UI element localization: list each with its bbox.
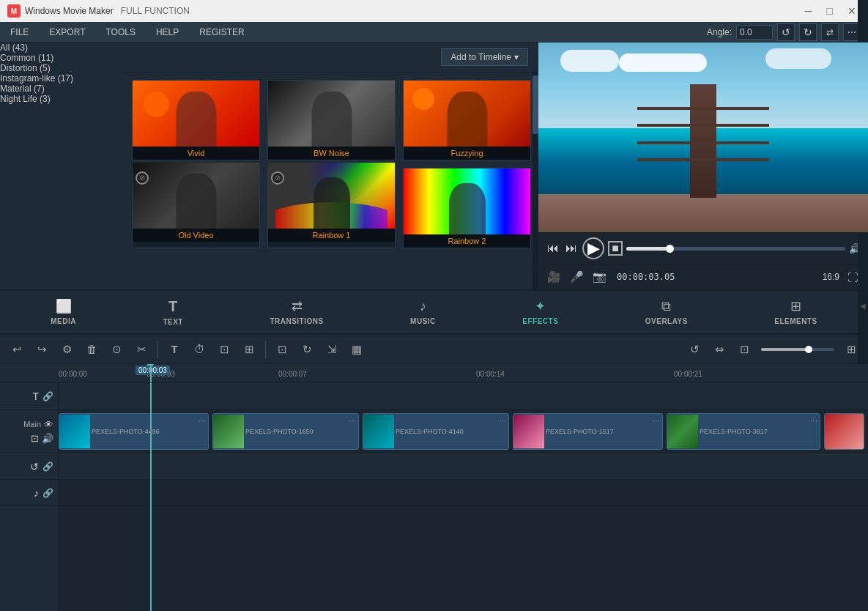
text-track-link-icon[interactable]: 🔗: [42, 391, 53, 401]
text-tool-button[interactable]: T: [163, 338, 185, 360]
media-icon: ⬜: [56, 298, 72, 314]
title-bar: M Windows Movie Maker FULL FUNCTION ─ □ …: [0, 0, 868, 22]
effect-vivid[interactable]: Vivid: [132, 80, 260, 160]
angle-cw-button[interactable]: ↻: [799, 23, 817, 41]
main-track-lock-icon[interactable]: ⊡: [31, 433, 39, 444]
clip-2-menu[interactable]: ···: [349, 415, 356, 426]
effect-rainbow2[interactable]: Rainbow 2: [403, 168, 531, 248]
playback-controls: ⏮ ⏭ ▶ ■ 🔊: [538, 232, 868, 264]
tabs-row: ⬜ MEDIA T TEXT ⇄ TRANSITIONS ♪ MUSIC ✦ E…: [0, 289, 868, 333]
tab-elements[interactable]: ⊞ ELEMENTS: [763, 294, 828, 330]
audio-track-link-icon[interactable]: 🔗: [42, 488, 53, 498]
separator-1: [157, 341, 158, 358]
main-track-audio-icon[interactable]: 🔊: [42, 433, 53, 444]
category-material[interactable]: Material (7): [0, 84, 125, 94]
clip-pexels-4496[interactable]: PEXELS-PHOTO-4496 ···: [59, 413, 209, 450]
category-instagram[interactable]: Instagram-like (17): [0, 73, 125, 84]
prev-frame-button[interactable]: ⏭: [564, 240, 579, 256]
tab-effects[interactable]: ✦ EFFECTS: [511, 294, 570, 330]
tab-transitions[interactable]: ⇄ TRANSITIONS: [258, 294, 335, 330]
menu-export[interactable]: EXPORT: [39, 23, 95, 41]
minimize-button[interactable]: ─: [801, 4, 817, 18]
overlay-track-icon[interactable]: ↺: [30, 461, 39, 473]
effect-bwnoise-label: BW Noise: [268, 147, 395, 160]
menu-help[interactable]: HELP: [146, 23, 189, 41]
effect-rainbow1-label: Rainbow 1: [268, 229, 395, 242]
add-to-timeline-bar: Add to Timeline ▾: [125, 42, 538, 73]
add-to-timeline-button[interactable]: Add to Timeline ▾: [441, 48, 528, 66]
category-distortion[interactable]: Distortion (5): [0, 63, 125, 73]
category-common[interactable]: Common (11): [0, 53, 125, 63]
maximize-button[interactable]: □: [823, 4, 837, 18]
sand-layer: [538, 194, 868, 232]
effects-scrollbar[interactable]: [533, 72, 538, 289]
split-button[interactable]: ✂: [130, 338, 152, 360]
clip-1-menu[interactable]: ···: [199, 415, 206, 426]
volume-slider[interactable]: [761, 348, 834, 351]
expand-button[interactable]: ⇔: [708, 338, 730, 360]
clip-3-menu[interactable]: ···: [499, 415, 506, 426]
audio-track-icon[interactable]: ♪: [34, 487, 39, 499]
tab-media[interactable]: ⬜ MEDIA: [39, 294, 88, 330]
snapshot-button[interactable]: 📷: [590, 267, 609, 286]
cursor-time-label: 00:00:03: [136, 366, 170, 375]
text-track-label: T 🔗: [0, 383, 58, 410]
effect-bwnoise[interactable]: BW Noise: [267, 80, 396, 160]
overlay-track-link-icon[interactable]: 🔗: [42, 462, 53, 472]
grid-button[interactable]: ▦: [346, 338, 368, 360]
clip-pexels-1517[interactable]: PEXELS-PHOTO-1517 ···: [513, 413, 663, 450]
undo-button[interactable]: ↩: [6, 338, 28, 360]
music-icon: ♪: [420, 299, 426, 314]
menu-file[interactable]: FILE: [0, 23, 39, 41]
clip-4-menu[interactable]: ···: [653, 415, 660, 426]
playback-time: 00:00:03.05: [617, 272, 675, 282]
effects-categories-panel: All (43) Common (11) Distortion (5) Inst…: [0, 42, 125, 289]
angle-ccw-button[interactable]: ↺: [777, 23, 795, 41]
stop-button[interactable]: ■: [608, 241, 623, 256]
timer-button[interactable]: ⏱: [188, 338, 210, 360]
progress-bar[interactable]: [626, 247, 845, 251]
effect-rainbow1[interactable]: ⊘ Rainbow 1: [267, 168, 396, 248]
main-track-eye-icon[interactable]: 👁: [44, 419, 53, 430]
pip-camera-button[interactable]: 🎥: [544, 267, 563, 286]
clip-pexels-1659[interactable]: PEXELS-PHOTO-1659 ···: [212, 413, 359, 450]
preview-image: [538, 42, 868, 232]
clip-pexels-4140[interactable]: PEXELS-PHOTO-4140 ···: [363, 413, 509, 450]
frame-button[interactable]: ⊡: [213, 338, 235, 360]
play-button[interactable]: ▶: [582, 237, 604, 259]
loop-button[interactable]: ↺: [683, 338, 705, 360]
settings-button[interactable]: ⚙: [56, 338, 78, 360]
clip-label-3: PEXELS-PHOTO-4140: [394, 426, 508, 437]
redo-button[interactable]: ↪: [31, 338, 53, 360]
skip-start-button[interactable]: ⏮: [546, 240, 560, 256]
tab-music[interactable]: ♪ MUSIC: [398, 295, 448, 330]
timeline-section: 00:00:00 00:00:03 00:00:07 00:00:14 00:0…: [0, 364, 868, 611]
clip-5-menu[interactable]: ···: [810, 415, 817, 426]
tab-overlays[interactable]: ⧉ OVERLAYS: [634, 295, 700, 330]
app-subtitle: FULL FUNCTION: [121, 6, 190, 16]
rotate-button[interactable]: ↻: [296, 338, 318, 360]
category-nightlife[interactable]: Night Life (3): [0, 94, 125, 104]
mic-button[interactable]: 🎤: [567, 267, 586, 286]
delete-button[interactable]: 🗑: [81, 338, 103, 360]
timeline-header: 00:00:00 00:00:03 00:00:07 00:00:14 00:0…: [0, 364, 868, 383]
transform-button[interactable]: ⊞: [238, 338, 260, 360]
menu-register[interactable]: REGISTER: [189, 23, 254, 41]
effect-fuzzying[interactable]: Fuzzying: [403, 80, 531, 160]
menu-tools[interactable]: TOOLS: [95, 23, 145, 41]
effect-rainbow2-label: Rainbow 2: [404, 234, 530, 248]
angle-input[interactable]: [736, 25, 773, 40]
crop-button[interactable]: ⊡: [271, 338, 293, 360]
audio-expand-button[interactable]: ⊡: [733, 338, 755, 360]
effect-rainbow2-thumb: [404, 169, 530, 234]
detach-button[interactable]: ⊙: [105, 338, 127, 360]
category-all[interactable]: All (43): [0, 42, 125, 53]
extend-button[interactable]: ⇲: [321, 338, 343, 360]
angle-flip-h-button[interactable]: ⇄: [821, 23, 839, 41]
text-track-icon[interactable]: T: [32, 390, 39, 402]
clip-label-1: PEXELS-PHOTO-4496: [90, 426, 208, 437]
tab-text[interactable]: T TEXT: [151, 294, 195, 330]
effect-oldvideo[interactable]: ⊘ Old Video: [132, 168, 260, 248]
clip-pexels-3817[interactable]: PEXELS-PHOTO-3817 ···: [667, 413, 820, 450]
menu-bar: FILE EXPORT TOOLS HELP REGISTER Angle: ↺…: [0, 22, 868, 42]
